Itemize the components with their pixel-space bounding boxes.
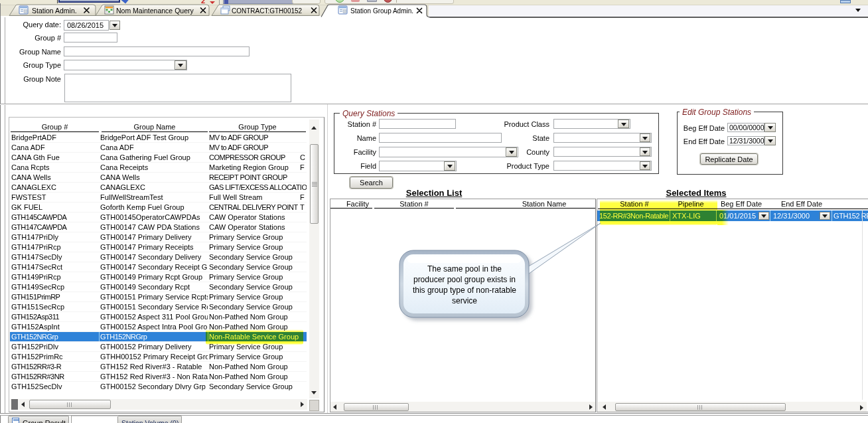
svg-text:The same pool in the: The same pool in the (427, 264, 502, 274)
svg-text:this group type of non-ratable: this group type of non-ratable (413, 286, 516, 295)
svg-text:Station Admin.: Station Admin. (32, 7, 77, 15)
svg-text:service: service (452, 296, 477, 305)
svg-text:Station Group Admin.: Station Group Admin. (350, 7, 413, 15)
svg-text:Nom Maintenance Query: Nom Maintenance Query (116, 7, 194, 15)
svg-text:CONTRACT:GTH00152: CONTRACT:GTH00152 (232, 7, 303, 15)
svg-text:producer pool group exists in: producer pool group exists in (413, 275, 516, 284)
